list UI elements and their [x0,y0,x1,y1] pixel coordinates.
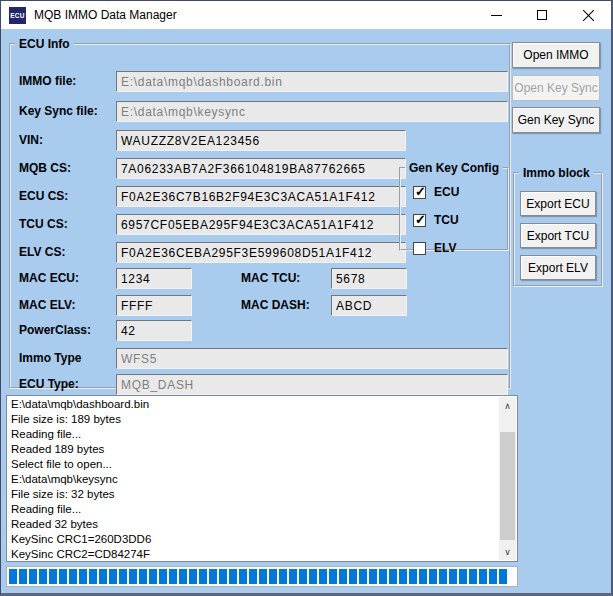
close-icon [582,9,595,22]
scroll-down-icon[interactable]: ∨ [499,543,516,560]
gen-key-sync-button[interactable]: Gen Key Sync [512,107,600,133]
progress-block [319,569,327,584]
log-line: E:\data\mqb\keysync [11,472,497,487]
key-sync-file-label: Key Sync file: [19,104,98,118]
ecu-checkbox-label: ECU [434,185,459,199]
export-tcu-button[interactable]: Export TCU [520,223,596,248]
progress-block [359,569,367,584]
mac-tcu-field[interactable] [331,268,407,289]
checkbox-row-ecu[interactable]: ECU [413,185,459,199]
mac-elv-label: MAC ELV: [19,298,75,312]
export-ecu-button[interactable]: Export ECU [520,191,596,216]
log-scrollbar[interactable]: ∧ ∨ [499,397,516,560]
mqb-cs-label: MQB CS: [19,161,71,175]
progress-block [309,569,317,584]
progress-block [239,569,247,584]
mac-dash-field[interactable] [331,295,407,316]
export-elv-button[interactable]: Export ELV [520,255,596,280]
app-window: ECU MQB IMMO Data Manager ECU Info IMMO … [0,0,613,596]
log-console[interactable]: E:\data\mqb\dashboard.binFile size is: 1… [6,395,518,562]
progress-block [179,569,187,584]
progress-block [9,569,17,584]
power-class-label: PowerClass: [19,323,91,337]
ecu-cs-field[interactable] [116,186,406,207]
progress-block [339,569,347,584]
ecu-cs-label: ECU CS: [19,189,68,203]
app-icon: ECU [9,7,26,24]
progress-block [219,569,227,584]
tcu-checkbox-label: TCU [434,213,459,227]
progress-block [449,569,457,584]
progress-bar [6,566,518,587]
tcu-cs-label: TCU CS: [19,217,68,231]
progress-block [439,569,447,584]
minimize-button[interactable] [473,1,519,29]
progress-block [159,569,167,584]
log-line: File size is: 32 bytes [11,487,497,502]
progress-block [269,569,277,584]
log-line: Readed 32 bytes [11,517,497,532]
checkbox-row-elv[interactable]: ELV [413,241,456,255]
mac-ecu-label: MAC ECU: [19,271,79,285]
window-title: MQB IMMO Data Manager [34,8,177,22]
progress-block [389,569,397,584]
elv-checkbox[interactable] [413,242,426,255]
ecu-type-label: ECU Type: [19,377,79,391]
gen-key-config-title: Gen Key Config [405,161,503,175]
key-sync-file-field [116,101,508,122]
progress-block [19,569,27,584]
client-area: ECU Info IMMO file: Key Sync file: VIN: … [1,29,611,593]
progress-block [149,569,157,584]
log-line: Reading file... [11,502,497,517]
elv-checkbox-label: ELV [434,241,456,255]
maximize-button[interactable] [519,1,565,29]
title-bar[interactable]: ECU MQB IMMO Data Manager [1,1,611,29]
window-controls [473,1,611,29]
mac-tcu-label: MAC TCU: [241,271,300,285]
progress-block [59,569,67,584]
progress-block [469,569,477,584]
mac-elv-field[interactable] [116,295,192,316]
open-key-sync-button: Open Key Sync [512,75,600,101]
progress-block [369,569,377,584]
progress-block [39,569,47,584]
progress-block [489,569,497,584]
progress-block [349,569,357,584]
elv-cs-field[interactable] [116,242,406,263]
scrollbar-thumb[interactable] [500,432,515,540]
tcu-cs-field[interactable] [116,214,406,235]
mac-dash-label: MAC DASH: [241,298,310,312]
log-line: KeySinc CRC1=260D3DD6 [11,532,497,547]
tcu-checkbox[interactable] [413,214,426,227]
progress-block [69,569,77,584]
progress-block [229,569,237,584]
log-line: E:\data\mqb\dashboard.bin [11,397,497,412]
progress-block [299,569,307,584]
ecu-checkbox[interactable] [413,186,426,199]
progress-block [429,569,437,584]
progress-block [199,569,207,584]
scroll-up-icon[interactable]: ∧ [499,397,516,414]
log-lines: E:\data\mqb\dashboard.binFile size is: 1… [11,397,497,562]
progress-block [209,569,217,584]
progress-block [109,569,117,584]
progress-block [259,569,267,584]
vin-field[interactable] [116,130,406,151]
mqb-cs-field[interactable] [116,158,406,179]
elv-cs-label: ELV CS: [19,245,65,259]
power-class-field[interactable] [116,320,192,341]
mac-ecu-field[interactable] [116,268,192,289]
progress-block [169,569,177,584]
progress-block [119,569,127,584]
log-line: File size is: 189 bytes [11,412,497,427]
open-immo-button[interactable]: Open IMMO [512,42,600,68]
progress-block [189,569,197,584]
checkbox-row-tcu[interactable]: TCU [413,213,459,227]
close-button[interactable] [565,1,611,29]
progress-block [459,569,467,584]
ecu-info-group-title: ECU Info [15,37,74,51]
log-line: Reading file... [11,427,497,442]
ecu-type-field [116,374,508,395]
progress-block [49,569,57,584]
maximize-icon [537,10,547,20]
